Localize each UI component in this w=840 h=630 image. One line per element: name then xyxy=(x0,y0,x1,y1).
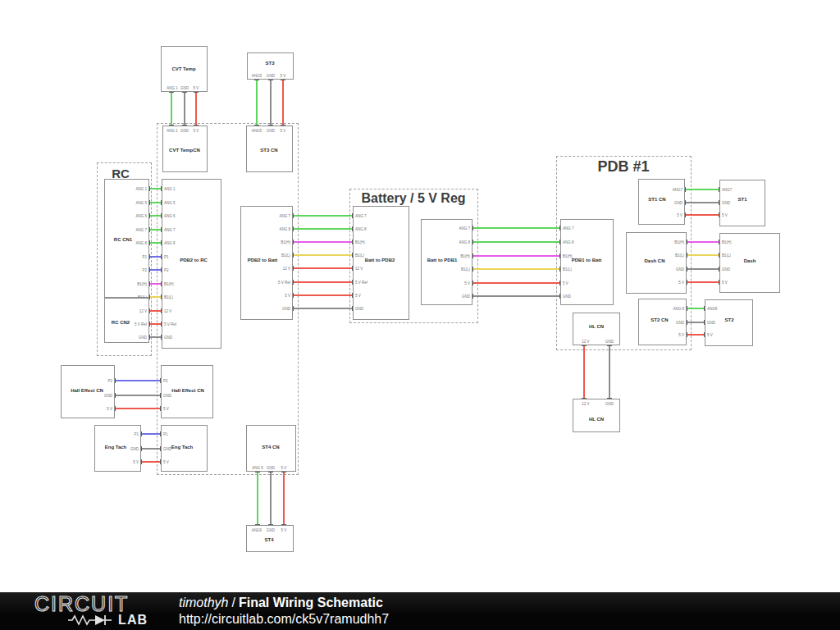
region-pdb1-label: PDB #1 xyxy=(597,158,649,176)
st3-cn-pin-gnd: GND xyxy=(267,129,275,133)
wire-gray[interactable] xyxy=(293,308,353,309)
author-name: timothyh xyxy=(179,596,228,609)
wire-gray[interactable] xyxy=(270,80,272,126)
hall-effect-cn-right-label: Hall Effect CN xyxy=(171,388,204,393)
eng-tach-right-pin-gnd: GND xyxy=(163,447,171,451)
wire-yellow[interactable] xyxy=(149,296,162,298)
wire-red[interactable] xyxy=(149,323,162,325)
cvt-tempcn-pin-5v: 5 V xyxy=(194,129,199,133)
wire-gray[interactable] xyxy=(472,295,560,297)
wire-green[interactable] xyxy=(687,308,705,309)
batt-to-pdb2-pin-gnd: GND xyxy=(355,307,363,311)
wire-magenta[interactable] xyxy=(293,241,353,243)
wire-red[interactable] xyxy=(583,345,585,399)
wire-green[interactable] xyxy=(149,229,162,231)
wire-yellow[interactable] xyxy=(687,254,719,256)
batt-to-pdb2-pin-12v: 12 V xyxy=(355,267,363,271)
wire-gray[interactable] xyxy=(141,448,161,450)
pdb2-to-rc-pin-5vref: 5 V Ref xyxy=(164,322,176,326)
batt-to-pdb1-pin-b1l: B1(L) xyxy=(461,267,470,272)
batt-to-pdb1-pin-ang8: ANG 8 xyxy=(459,240,470,244)
wire-magenta[interactable] xyxy=(687,241,719,243)
pdb2-to-batt-pin-gnd: GND xyxy=(282,307,290,311)
schematic-title-line: timothyh/Final Wiring Schematic xyxy=(179,595,389,611)
logo-circuit-text: CIRCUIT xyxy=(34,594,148,614)
st4-cn-pin-5v: 5 V xyxy=(281,466,287,470)
wire-gray[interactable] xyxy=(687,322,705,323)
wire-red[interactable] xyxy=(685,214,719,216)
wire-red[interactable] xyxy=(115,408,161,409)
wire-green[interactable] xyxy=(149,242,162,244)
wire-magenta[interactable] xyxy=(472,255,560,257)
wire-red[interactable] xyxy=(282,80,284,126)
rc-cn1-pin-p1: P1 xyxy=(142,255,147,259)
wire-blue[interactable] xyxy=(149,269,162,271)
st3-pin-5v: 5 V xyxy=(281,74,286,78)
dash-cn-pin-b1l: B1(L) xyxy=(675,253,684,258)
cvt-tempcn-pin-gnd: GND xyxy=(180,129,189,133)
eng-tach-right-label: Eng Tach xyxy=(171,445,194,450)
wire-gray[interactable] xyxy=(115,395,161,396)
hall-effect-cn-right-pin-gnd: GND xyxy=(163,394,171,398)
wire-red[interactable] xyxy=(293,267,353,269)
wire-gray[interactable] xyxy=(270,472,272,525)
wire-gray[interactable] xyxy=(687,268,719,270)
st2-cn-label: ST2 CN xyxy=(651,317,668,322)
pdb2-to-batt-pin-b1h: B1(H) xyxy=(281,240,290,244)
wire-red[interactable] xyxy=(195,92,197,126)
wire-green[interactable] xyxy=(149,215,162,217)
cvt-temp-pin-5v: 5 V xyxy=(194,86,199,90)
schematic-url[interactable]: http://circuitlab.com/ck5v7ramudhh7 xyxy=(179,611,389,627)
wire-red[interactable] xyxy=(687,281,719,283)
st3-cn-pin-5v: 5 V xyxy=(281,129,286,133)
wire-blue[interactable] xyxy=(115,380,161,381)
wire-blue[interactable] xyxy=(149,256,162,258)
wire-magenta[interactable] xyxy=(149,283,162,285)
batt-to-pdb1-pin-ang7: ANG 7 xyxy=(459,226,470,231)
wire-green[interactable] xyxy=(472,227,560,229)
pdb2-to-batt[interactable] xyxy=(240,206,293,320)
wire-green[interactable] xyxy=(685,189,719,190)
wire-green[interactable] xyxy=(257,472,258,525)
wire-red[interactable] xyxy=(283,472,285,525)
st2-pin-gnd: GND xyxy=(707,321,715,325)
wire-blue[interactable] xyxy=(141,433,161,435)
wire-gray[interactable] xyxy=(685,202,719,203)
batt-to-pdb2-pin-ang8: ANG 8 xyxy=(355,227,367,231)
st1-cn-label: ST1 CN xyxy=(648,197,665,202)
wire-green[interactable] xyxy=(256,80,258,126)
wire-green[interactable] xyxy=(293,215,353,217)
hl-cn-pdb-pin-gnd: GND xyxy=(605,340,614,344)
dash-cn-label: Dash CN xyxy=(644,258,664,263)
wire-red[interactable] xyxy=(293,281,353,283)
wire-red[interactable] xyxy=(687,334,705,336)
wire-green[interactable] xyxy=(149,188,162,189)
wire-red[interactable] xyxy=(293,294,353,296)
rc-cn1-pin-ang6: ANG 6 xyxy=(135,214,147,218)
st1-cn-pin-gnd: GND xyxy=(674,201,682,205)
dash-cn-pin-gnd: GND xyxy=(676,267,684,272)
wire-gray[interactable] xyxy=(609,345,610,399)
dash-pin-5v: 5 V xyxy=(722,281,728,285)
wire-green[interactable] xyxy=(149,202,162,203)
wire-red[interactable] xyxy=(472,282,560,284)
wire-red[interactable] xyxy=(141,461,161,463)
dash-pin-gnd: GND xyxy=(722,267,730,272)
dash-cn-pin-b1h: B1(H) xyxy=(674,240,684,244)
batt-to-pdb2-pin-5vref: 5 V Ref xyxy=(355,281,368,285)
st2-cn-pin-5v: 5 V xyxy=(678,333,684,337)
wire-green[interactable] xyxy=(293,228,353,230)
pdb1-to-batt-pin-gnd: GND xyxy=(563,294,571,299)
batt-to-pdb2[interactable] xyxy=(353,206,409,320)
wire-yellow[interactable] xyxy=(472,268,560,270)
wire-gray[interactable] xyxy=(184,92,185,126)
wire-yellow[interactable] xyxy=(293,254,353,256)
wire-red[interactable] xyxy=(149,310,162,312)
st1-pin-ang7: ANG7 xyxy=(722,188,732,192)
wire-green[interactable] xyxy=(171,92,172,126)
st4-pin-gnd: GND xyxy=(267,528,275,532)
hall-effect-cn-right-pin-5v: 5 V xyxy=(163,407,169,411)
wire-green[interactable] xyxy=(472,241,560,243)
wire-gray[interactable] xyxy=(149,336,162,338)
hall-effect-cn-right-pin-p2: P2 xyxy=(163,379,168,383)
